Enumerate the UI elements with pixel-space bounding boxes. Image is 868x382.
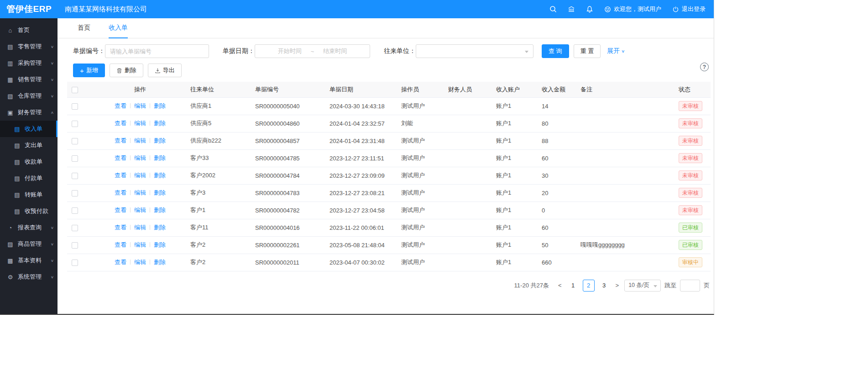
row-checkbox[interactable]	[72, 190, 78, 196]
sidebar-item-prepaid-bill[interactable]: ▤ 收预付款	[0, 203, 58, 219]
view-link[interactable]: 查看	[115, 172, 126, 179]
prev-page-button[interactable]: <	[556, 282, 564, 289]
partner-select[interactable]	[416, 44, 533, 58]
chevron-down-icon: ∨	[51, 242, 54, 246]
amount-cell: 660	[537, 254, 576, 271]
select-all-checkbox[interactable]	[72, 87, 78, 93]
row-checkbox[interactable]	[72, 138, 78, 144]
chevron-down-icon	[654, 285, 657, 287]
finance-cell	[444, 254, 492, 271]
row-checkbox[interactable]	[72, 260, 78, 266]
date-range-input[interactable]: 开始时间 ~ 结束时间	[255, 44, 370, 58]
edit-link[interactable]: 编辑	[134, 172, 146, 179]
page-2-button[interactable]: 2	[583, 280, 595, 292]
chevron-down-icon	[525, 51, 528, 53]
edit-link[interactable]: 编辑	[134, 189, 146, 196]
delete-link[interactable]: 删除	[154, 241, 166, 248]
row-checkbox[interactable]	[72, 121, 78, 127]
sidebar-item-payment-bill[interactable]: ▤ 付款单	[0, 170, 58, 186]
sidebar-item-finance[interactable]: ▣ 财务管理 ∧	[0, 104, 58, 121]
row-checkbox[interactable]	[72, 155, 78, 162]
row-checkbox[interactable]	[72, 242, 78, 249]
jump-page-input[interactable]	[680, 280, 700, 292]
welcome-user[interactable]: 欢迎您，测试用户	[604, 5, 661, 13]
delete-link[interactable]: 删除	[154, 120, 166, 127]
sidebar-item-goods[interactable]: ▨ 商品管理 ∨	[0, 236, 58, 252]
expand-link[interactable]: 展开 ∨	[607, 47, 625, 55]
export-button[interactable]: 导出	[148, 64, 182, 77]
view-link[interactable]: 查看	[115, 241, 126, 248]
account-cell: 账户1	[492, 115, 537, 132]
add-label: 新增	[86, 66, 98, 74]
sidebar-item-report[interactable]: ◔ 报表查询 ∨	[0, 219, 58, 236]
row-checkbox[interactable]	[72, 103, 78, 110]
page-size-select[interactable]: 10 条/页	[624, 280, 661, 292]
doc-icon: ▤	[14, 191, 21, 198]
delete-link[interactable]: 删除	[154, 224, 166, 231]
page-1-button[interactable]: 1	[567, 280, 579, 292]
view-link[interactable]: 查看	[115, 207, 126, 213]
delete-link[interactable]: 删除	[154, 207, 166, 213]
sidebar-item-warehouse[interactable]: ▧ 仓库管理 ∨	[0, 88, 58, 104]
sidebar-item-receipt-bill[interactable]: ▤ 收款单	[0, 154, 58, 170]
sidebar-item-transfer-bill[interactable]: ▤ 转账单	[0, 186, 58, 203]
tab-income-bill[interactable]: 收入单	[109, 18, 128, 38]
delete-link[interactable]: 删除	[154, 102, 166, 109]
delete-button[interactable]: 删除	[110, 64, 143, 77]
delete-link[interactable]: 删除	[154, 259, 166, 265]
delete-link[interactable]: 删除	[154, 154, 166, 161]
edit-link[interactable]: 编辑	[134, 120, 146, 127]
main-content: 首页 收入单 单据编号： 单据日期： 开始时间 ~ 结束时间 往来单位： 查 询…	[58, 18, 714, 315]
partner-cell: 客户2	[186, 254, 251, 271]
page-3-button[interactable]: 3	[598, 280, 610, 292]
logout-button[interactable]: 退出登录	[672, 5, 706, 13]
sidebar-item-expense-bill[interactable]: ▤ 支出单	[0, 137, 58, 154]
bell-icon[interactable]	[586, 5, 593, 13]
search-button[interactable]: 查 询	[542, 44, 569, 58]
edit-link[interactable]: 编辑	[134, 207, 146, 213]
export-label: 导出	[163, 66, 175, 74]
partner-cell: 客户33	[186, 149, 251, 167]
delete-link[interactable]: 删除	[154, 189, 166, 196]
tab-home[interactable]: 首页	[78, 18, 90, 38]
view-link[interactable]: 查看	[115, 189, 126, 196]
delete-link[interactable]: 删除	[154, 172, 166, 179]
view-link[interactable]: 查看	[115, 137, 126, 144]
account-cell: 账户1	[492, 236, 537, 254]
view-link[interactable]: 查看	[115, 259, 126, 265]
row-checkbox[interactable]	[72, 207, 78, 214]
bill-date-label: 单据日期：	[223, 47, 255, 55]
sidebar-item-home[interactable]: ⌂ 首页	[0, 22, 58, 38]
view-link[interactable]: 查看	[115, 120, 126, 127]
sidebar-item-system[interactable]: ⚙ 系统管理 ∨	[0, 269, 58, 285]
help-icon[interactable]: ?	[700, 63, 709, 71]
add-button[interactable]: + 新增	[73, 64, 105, 77]
jump-suffix: 页	[704, 281, 710, 290]
row-checkbox[interactable]	[72, 173, 78, 179]
row-checkbox[interactable]	[72, 225, 78, 231]
sidebar-item-retail[interactable]: ▤ 零售管理 ∨	[0, 38, 58, 55]
bill-no-cell: SR00000004016	[251, 219, 325, 236]
search-icon[interactable]	[549, 5, 557, 13]
partner-cell: 客户11	[186, 219, 251, 236]
sidebar-item-basic-data[interactable]: ▩ 基本资料 ∨	[0, 252, 58, 269]
bank-icon[interactable]	[568, 5, 575, 13]
edit-link[interactable]: 编辑	[134, 259, 146, 265]
edit-link[interactable]: 编辑	[134, 154, 146, 161]
sidebar-item-sales[interactable]: ▦ 销售管理 ∨	[0, 71, 58, 88]
sidebar-item-income-bill[interactable]: ▤ 收入单	[0, 121, 58, 137]
edit-link[interactable]: 编辑	[134, 137, 146, 144]
edit-link[interactable]: 编辑	[134, 224, 146, 231]
edit-link[interactable]: 编辑	[134, 102, 146, 109]
remark-cell	[576, 149, 674, 167]
next-page-button[interactable]: >	[614, 282, 621, 289]
view-link[interactable]: 查看	[115, 224, 126, 231]
edit-link[interactable]: 编辑	[134, 241, 146, 248]
delete-link[interactable]: 删除	[154, 137, 166, 144]
sidebar-item-purchase[interactable]: ▥ 采购管理 ∨	[0, 55, 58, 71]
reset-button[interactable]: 重 置	[574, 44, 601, 58]
bill-no-cell: SR00000004782	[251, 202, 325, 219]
bill-no-input[interactable]	[105, 44, 209, 58]
view-link[interactable]: 查看	[115, 154, 126, 161]
view-link[interactable]: 查看	[115, 102, 126, 109]
